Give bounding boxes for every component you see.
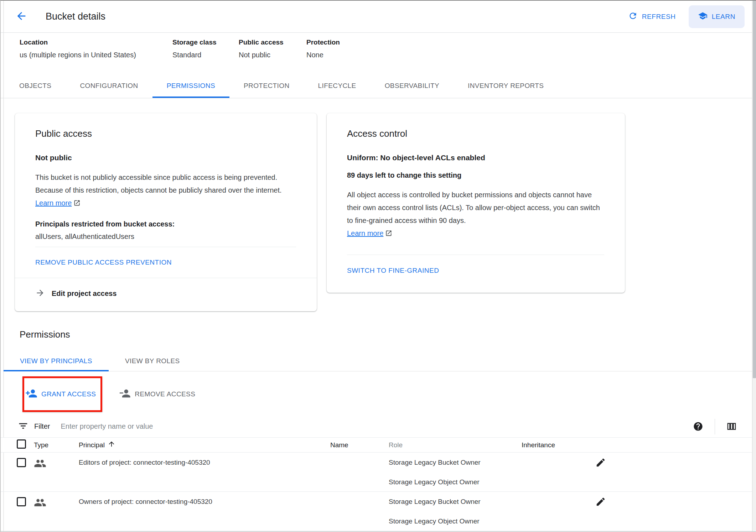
role-cell: Storage Legacy Bucket Owner Storage Lega… (389, 492, 522, 531)
metadata-storage-class: Storage class Standard (172, 38, 239, 59)
tab-lifecycle[interactable]: LIFECYCLE (304, 75, 371, 98)
role-value: Storage Legacy Object Owner (389, 472, 522, 492)
column-header-name: Name (330, 441, 389, 449)
refresh-label: REFRESH (642, 13, 676, 21)
role-value: Storage Legacy Bucket Owner (389, 492, 522, 511)
graduation-cap-icon (698, 11, 708, 22)
filter-label: Filter (34, 422, 50, 431)
role-value: Storage Legacy Bucket Owner (389, 453, 522, 472)
tab-view-by-principals[interactable]: VIEW BY PRINCIPALS (4, 352, 109, 371)
learn-more-link[interactable]: Learn more (347, 229, 383, 237)
edit-project-access-label: Edit project access (52, 290, 116, 298)
role-cell: Storage Legacy Bucket Owner Storage Lega… (389, 453, 522, 492)
learn-more-line: Learn more (347, 227, 604, 241)
grant-access-highlight-box: GRANT ACCESS (22, 376, 102, 412)
remove-access-button[interactable]: REMOVE ACCESS (119, 387, 195, 401)
column-header-principal[interactable]: Principal (79, 440, 330, 450)
metadata-label: Location (20, 38, 172, 46)
tab-observability[interactable]: OBSERVABILITY (371, 75, 454, 98)
refresh-button[interactable]: REFRESH (623, 7, 681, 26)
principal-cell: Owners of project: connector-testing-405… (79, 492, 330, 531)
group-icon (34, 465, 46, 471)
metadata-value: None (306, 51, 340, 59)
name-cell (330, 492, 389, 531)
pencil-icon (595, 463, 606, 469)
tab-view-by-roles[interactable]: VIEW BY ROLES (109, 352, 196, 371)
tab-protection[interactable]: PROTECTION (229, 75, 304, 98)
filter-icon (18, 421, 29, 433)
sort-ascending-icon (108, 440, 115, 450)
filter-actions (693, 419, 737, 434)
permissions-toolbar: GRANT ACCESS REMOVE ACCESS (1, 371, 756, 412)
filter-input[interactable] (61, 422, 693, 431)
row-checkbox[interactable] (17, 497, 26, 506)
permissions-heading: Permissions (20, 329, 756, 340)
edit-principal-button[interactable] (595, 492, 617, 531)
pencil-icon (595, 502, 606, 508)
arrow-forward-icon (35, 288, 45, 299)
tab-objects[interactable]: OBJECTS (5, 75, 66, 98)
toolbar-divider (715, 419, 715, 434)
public-access-status: Not public (35, 153, 296, 162)
column-header-role: Role (389, 441, 522, 449)
row-checkbox[interactable] (17, 458, 26, 467)
restricted-principals-label: Principals restricted from bucket access… (35, 220, 296, 228)
bucket-metadata: Location us (multiple regions in United … (1, 33, 756, 75)
access-control-status: Uniform: No object-level ACLs enabled (347, 153, 604, 162)
page-header: Bucket details REFRESH LEARN (1, 1, 756, 33)
permissions-view-tabs: VIEW BY PRINCIPALS VIEW BY ROLES (4, 352, 756, 371)
metadata-value: Not public (239, 51, 306, 59)
metadata-label: Protection (306, 38, 340, 46)
metadata-value: Standard (172, 51, 239, 59)
refresh-icon (628, 11, 638, 22)
edit-principal-button[interactable] (595, 453, 617, 492)
metadata-label: Public access (239, 38, 306, 46)
metadata-public-access: Public access Not public (239, 38, 306, 59)
metadata-location: Location us (multiple regions in United … (20, 38, 172, 59)
column-header-type: Type (34, 441, 79, 449)
restricted-principals-value: allUsers, allAuthenticatedUsers (35, 233, 296, 241)
learn-button[interactable]: LEARN (689, 5, 745, 28)
card-title: Public access (35, 128, 296, 139)
principal-type-cell (34, 492, 79, 531)
remove-public-access-prevention-button[interactable]: REMOVE PUBLIC ACCESS PREVENTION (15, 247, 317, 278)
switch-to-fine-grained-button[interactable]: SWITCH TO FINE-GRAINED (327, 255, 625, 286)
principal-cell: Editors of project: connector-testing-40… (79, 453, 330, 492)
metadata-value: us (multiple regions in United States) (20, 51, 172, 59)
inheritance-cell (522, 453, 595, 492)
back-button[interactable] (13, 8, 30, 25)
column-header-inheritance: Inheritance (522, 441, 595, 449)
inheritance-cell (522, 492, 595, 531)
open-in-new-icon (385, 228, 392, 241)
grant-access-button[interactable]: GRANT ACCESS (25, 387, 96, 401)
tab-permissions[interactable]: PERMISSIONS (152, 75, 229, 98)
days-left-note: 89 days left to change this setting (347, 171, 604, 179)
open-in-new-icon (73, 198, 81, 210)
public-access-description: This bucket is not publicly accessible s… (35, 171, 296, 210)
filter-bar: Filter (1, 416, 756, 438)
access-control-card: Access control Uniform: No object-level … (327, 113, 625, 293)
public-access-card: Public access Not public This bucket is … (15, 113, 317, 311)
name-cell (330, 453, 389, 492)
table-row: Owners of project: connector-testing-405… (1, 492, 756, 531)
tab-configuration[interactable]: CONFIGURATION (66, 75, 152, 98)
learn-more-link[interactable]: Learn more (35, 199, 72, 207)
vertical-scrollbar[interactable] (752, 1, 756, 531)
scrollbar-thumb[interactable] (753, 1, 756, 378)
select-all-checkbox[interactable] (17, 439, 26, 449)
table-row: Editors of project: connector-testing-40… (1, 453, 756, 492)
edit-project-access-link[interactable]: Edit project access (15, 278, 317, 309)
bucket-details-page: Bucket details REFRESH LEARN Location us… (0, 0, 756, 532)
help-icon[interactable] (693, 421, 703, 432)
metadata-label: Storage class (172, 38, 239, 46)
cards-row: Public access Not public This bucket is … (1, 98, 756, 311)
learn-label: LEARN (712, 13, 735, 21)
card-title: Access control (347, 128, 604, 139)
column-display-icon[interactable] (726, 421, 737, 432)
grant-access-label: GRANT ACCESS (41, 390, 96, 398)
arrow-back-icon (15, 10, 27, 24)
tab-inventory-reports[interactable]: INVENTORY REPORTS (454, 75, 558, 98)
access-control-description: All object access is controlled by bucke… (347, 188, 604, 241)
metadata-protection: Protection None (306, 38, 340, 59)
person-remove-icon (119, 387, 131, 401)
